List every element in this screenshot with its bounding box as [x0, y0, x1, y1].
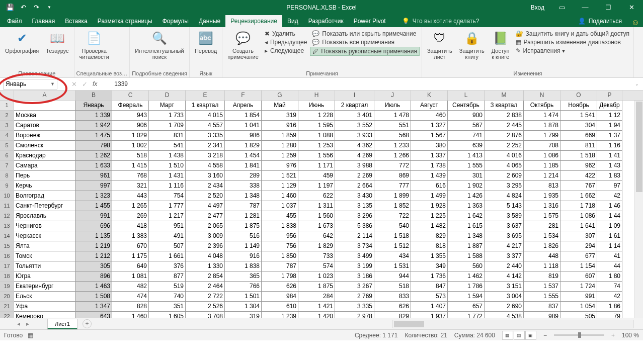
cell[interactable]: 518 [112, 151, 149, 161]
cell[interactable]: 1 521 [262, 171, 298, 181]
tab-разработчик[interactable]: Разработчик [303, 15, 349, 27]
cell[interactable]: 1 902 [448, 181, 485, 191]
cell[interactable]: 4 269 [335, 151, 374, 161]
cell[interactable]: 643 [75, 312, 112, 318]
cell[interactable]: 1 575 [524, 211, 560, 221]
cell[interactable]: 1 555 [448, 161, 485, 171]
cell[interactable]: 79 [597, 312, 622, 318]
cell[interactable]: 97 [597, 181, 622, 191]
tab-вставка[interactable]: Вставка [60, 15, 93, 27]
cell[interactable]: 3 988 [335, 161, 374, 171]
cell[interactable]: 351 [149, 302, 186, 312]
cell[interactable]: 741 [448, 131, 485, 141]
prev-comment-button[interactable]: ◂Предыдущее [263, 38, 309, 46]
cell[interactable]: 657 [448, 302, 485, 312]
cell[interactable]: 1 002 [112, 141, 149, 151]
cell[interactable]: 1 239 [262, 312, 298, 318]
row-header[interactable]: 4 [0, 131, 14, 141]
cell[interactable]: 4 142 [485, 271, 524, 282]
cell[interactable]: 4 558 [186, 161, 225, 171]
sheet-tab[interactable]: Лист1 [47, 319, 77, 329]
cell[interactable]: 869 [374, 171, 411, 181]
cell[interactable]: 443 [112, 191, 149, 201]
cell[interactable]: 2 252 [485, 141, 524, 151]
cell[interactable]: 989 [524, 312, 560, 318]
tab-данные[interactable]: Данные [194, 15, 225, 27]
cell[interactable]: 1 197 [298, 181, 335, 191]
tab-разметка страницы[interactable]: Разметка страницы [93, 15, 157, 27]
cell[interactable]: 455 [262, 211, 298, 221]
cell[interactable]: 1 023 [298, 271, 335, 282]
cell[interactable]: 2 838 [485, 111, 524, 121]
cell[interactable]: 1 662 [560, 191, 597, 201]
cell[interactable]: 639 [448, 141, 485, 151]
cell[interactable]: 1 534 [524, 231, 560, 241]
cell[interactable]: 1 455 [75, 201, 112, 211]
cell[interactable]: 1 337 [411, 151, 448, 161]
col-header[interactable]: B [75, 90, 112, 100]
cell[interactable]: 1 838 [225, 261, 262, 271]
col-header[interactable]: I [335, 90, 374, 100]
show-ink-button[interactable]: 🖊Показать рукописные примечания [310, 47, 420, 56]
cell[interactable] [14, 101, 75, 111]
cell[interactable]: Томск [14, 251, 75, 261]
row-header[interactable]: 6 [0, 151, 14, 161]
cell[interactable]: 813 [524, 181, 560, 191]
cell[interactable]: 900 [448, 111, 485, 121]
cell[interactable]: 740 [149, 292, 186, 302]
cell[interactable]: 4 065 [485, 161, 524, 171]
zoom-slider[interactable] [554, 334, 604, 336]
cell[interactable]: 1 454 [225, 151, 262, 161]
cell[interactable]: 1 347 [75, 302, 112, 312]
cell[interactable]: 1 518 [560, 151, 597, 161]
cell[interactable]: 482 [112, 282, 149, 292]
cell[interactable]: 3 199 [335, 261, 374, 271]
spelling-button[interactable]: ✔Орфография [2, 29, 42, 55]
row-header[interactable]: 15 [0, 241, 14, 251]
cell[interactable]: 1 633 [75, 161, 112, 171]
cell[interactable]: 1 460 [112, 312, 149, 318]
tab-рецензирование[interactable]: Рецензирование [225, 15, 282, 27]
delete-comment-button[interactable]: ✖Удалить [263, 30, 309, 38]
cell[interactable]: 1 225 [411, 211, 448, 221]
col-header[interactable]: A [14, 90, 75, 100]
cell[interactable]: 1 661 [149, 251, 186, 261]
cell[interactable]: Кемерово [14, 312, 75, 318]
cell[interactable]: 1 355 [411, 251, 448, 261]
cell[interactable]: 1 829 [225, 141, 262, 151]
cell[interactable]: 1 14 [597, 241, 622, 251]
login-link[interactable]: Вход [525, 4, 550, 11]
cell[interactable]: 1 736 [411, 271, 448, 282]
cell[interactable]: 519 [149, 282, 186, 292]
cell[interactable]: Ельск [14, 292, 75, 302]
cell[interactable]: 2 520 [186, 191, 225, 201]
cell[interactable]: 1 327 [411, 121, 448, 131]
col-header[interactable]: J [374, 90, 411, 100]
cell[interactable]: 997 [75, 181, 112, 191]
cell[interactable]: 767 [560, 181, 597, 191]
cell[interactable]: 3 377 [485, 251, 524, 261]
col-header[interactable]: C [112, 90, 149, 100]
cell[interactable]: 1 850 [262, 251, 298, 261]
redo-icon[interactable]: ↷ [30, 2, 42, 14]
feedback-icon[interactable]: ☺ [628, 18, 643, 27]
cell[interactable]: 1 339 [75, 111, 112, 121]
cell[interactable]: 1 265 [112, 201, 149, 211]
cell[interactable]: 3 552 [335, 121, 374, 131]
cell[interactable]: 1 560 [298, 211, 335, 221]
row-header[interactable]: 1 [0, 101, 14, 111]
cell[interactable]: 1 829 [298, 241, 335, 251]
cell[interactable]: 1 280 [262, 141, 298, 151]
cell[interactable]: 4 016 [485, 151, 524, 161]
cell[interactable]: 607 [560, 271, 597, 282]
cell[interactable]: 1 841 [225, 161, 262, 171]
cell[interactable]: 1 253 [298, 141, 335, 151]
cell[interactable]: 1 316 [524, 201, 560, 211]
cell[interactable]: 1 935 [524, 191, 560, 201]
cell[interactable]: 1 475 [75, 131, 112, 141]
cell[interactable]: 304 [560, 121, 597, 131]
cell[interactable]: 2 065 [186, 221, 225, 231]
cell[interactable]: 986 [225, 131, 262, 141]
row-header[interactable]: 20 [0, 292, 14, 302]
cell[interactable]: 1 798 [262, 271, 298, 282]
